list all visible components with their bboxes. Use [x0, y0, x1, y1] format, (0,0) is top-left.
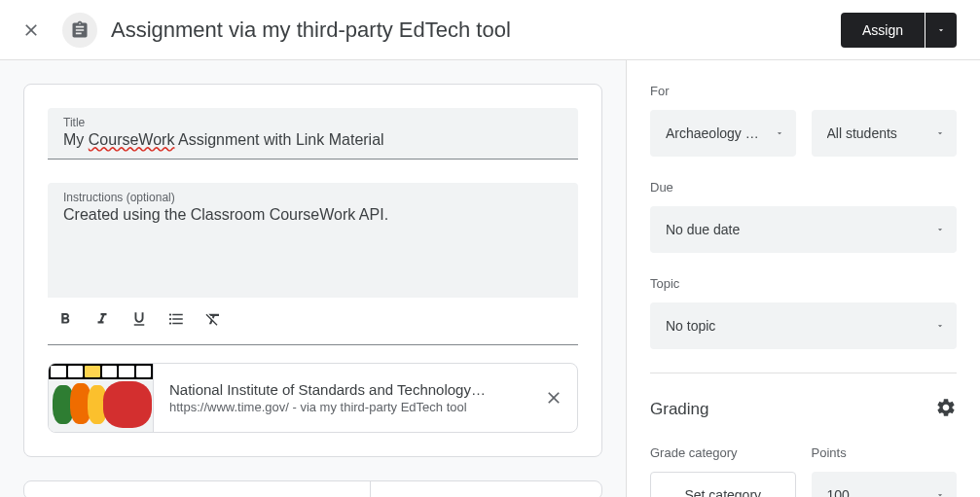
bold-button[interactable]: [52, 305, 79, 333]
topic-value: No topic: [666, 318, 927, 334]
gear-icon[interactable]: [935, 397, 957, 422]
attachment-card[interactable]: National Institute of Standards and Tech…: [48, 363, 578, 433]
for-label: For: [650, 84, 957, 98]
students-value: All students: [827, 125, 928, 141]
grading-title: Grading: [650, 400, 708, 419]
underline-button[interactable]: [126, 305, 153, 333]
assign-button[interactable]: Assign: [841, 13, 925, 48]
instructions-label: Instructions (optional): [63, 191, 563, 204]
chevron-down-icon: [935, 317, 945, 335]
format-toolbar: [48, 298, 578, 345]
due-label: Due: [650, 180, 957, 195]
title-text-suffix: Assignment with Link Material: [174, 131, 383, 148]
class-value: Archaeology …: [666, 125, 767, 141]
chevron-down-icon: [935, 221, 945, 238]
grade-category-label: Grade category: [650, 445, 796, 460]
set-category-button[interactable]: Set category: [650, 472, 796, 497]
secondary-card: [23, 480, 602, 497]
attachment-subtitle: https://www.time.gov/ - via my third-par…: [169, 400, 515, 414]
remove-attachment-button[interactable]: [530, 388, 577, 408]
topic-label: Topic: [650, 276, 957, 291]
instructions-field[interactable]: Instructions (optional) Created using th…: [48, 183, 578, 298]
points-dropdown[interactable]: 100: [812, 472, 958, 497]
chevron-down-icon: [935, 124, 945, 142]
secondary-card-left: [24, 481, 371, 497]
points-label: Points: [812, 445, 958, 460]
page-title: Assignment via my third-party EdTech too…: [111, 18, 841, 43]
points-value: 100: [827, 487, 928, 497]
divider: [650, 373, 957, 373]
chevron-down-icon: [935, 486, 945, 497]
students-dropdown[interactable]: All students: [812, 110, 958, 157]
title-text-prefix: My: [63, 131, 89, 148]
title-field[interactable]: Title My CourseWork Assignment with Link…: [48, 108, 578, 160]
grading-header: Grading: [650, 397, 957, 422]
main-column: Title My CourseWork Assignment with Link…: [0, 60, 627, 497]
italic-button[interactable]: [89, 305, 116, 333]
attachment-url: https://www.time.gov/: [169, 400, 289, 414]
due-value: No due date: [666, 222, 927, 237]
assign-dropdown-button[interactable]: [926, 13, 957, 48]
attachment-info: National Institute of Standards and Tech…: [154, 381, 530, 414]
list-button[interactable]: [163, 305, 190, 333]
assign-button-group: Assign: [841, 13, 957, 48]
close-icon[interactable]: [18, 17, 45, 44]
grade-category-group: Grade category Set category: [650, 445, 796, 497]
assignment-card: Title My CourseWork Assignment with Link…: [23, 84, 602, 457]
attachment-via: - via my third-party EdTech tool: [289, 400, 467, 414]
title-input[interactable]: My CourseWork Assignment with Link Mater…: [63, 131, 563, 149]
due-dropdown[interactable]: No due date: [650, 206, 957, 253]
clear-format-button[interactable]: [200, 305, 227, 333]
sidebar: For Archaeology … All students Due No du…: [627, 60, 980, 497]
class-dropdown[interactable]: Archaeology …: [650, 110, 796, 157]
body: Title My CourseWork Assignment with Link…: [0, 60, 980, 497]
points-group: Points 100: [812, 445, 958, 497]
attachment-thumbnail: [49, 364, 154, 432]
chevron-down-icon: [775, 124, 784, 142]
title-text-spellcheck: CourseWork: [89, 131, 175, 148]
instructions-input[interactable]: Created using the Classroom CourseWork A…: [63, 206, 563, 224]
header: Assignment via my third-party EdTech too…: [0, 0, 980, 60]
attachment-title: National Institute of Standards and Tech…: [169, 381, 515, 398]
assignment-icon: [62, 13, 97, 48]
title-label: Title: [63, 116, 563, 129]
topic-dropdown[interactable]: No topic: [650, 302, 957, 349]
